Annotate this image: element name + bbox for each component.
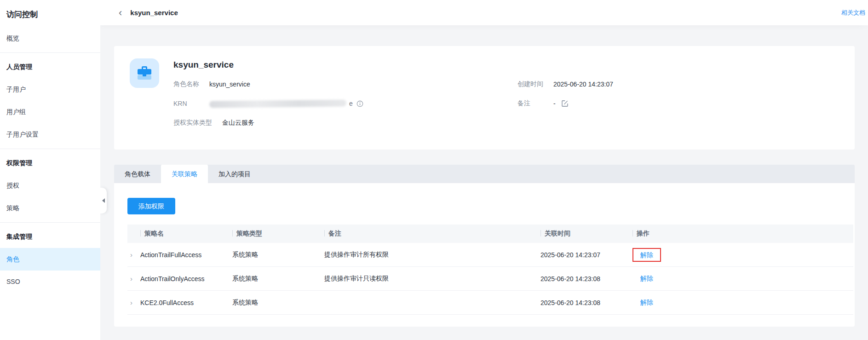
- column-separator: [632, 230, 633, 236]
- column-separator: [324, 230, 325, 236]
- column-header-label: 备注: [328, 230, 341, 237]
- column-header-remark: 备注: [324, 230, 540, 238]
- tab-attached-policies[interactable]: 关联策略: [161, 165, 208, 183]
- expand-row-icon[interactable]: ›: [130, 251, 132, 259]
- role-briefcase-icon: [130, 58, 159, 88]
- field-created-time: 创建时间 2025-06-20 14:23:07: [517, 79, 613, 89]
- created-time-label: 创建时间: [517, 80, 543, 88]
- detach-link[interactable]: 解除: [632, 299, 653, 306]
- page-title: ksyun_service: [130, 9, 178, 17]
- back-icon[interactable]: ‹: [117, 8, 124, 17]
- detail-tabs: 角色载体 关联策略 加入的项目: [114, 165, 855, 183]
- entity-type-label: 授权实体类型: [173, 119, 212, 127]
- field-entity-type: 授权实体类型 金山云服务: [173, 118, 254, 128]
- column-header-label: 策略名: [144, 230, 164, 237]
- role-info-card: ksyun_service 角色名称 ksyun_service KRN e 授…: [114, 46, 855, 150]
- sidebar-section-integration-management: 集成管理: [0, 225, 100, 248]
- detach-link[interactable]: 解除: [640, 251, 653, 259]
- sidebar-item-sub-user[interactable]: 子用户: [0, 78, 100, 101]
- column-header-label: 关联时间: [545, 230, 570, 237]
- policy-name: ActionTrailOnlyAccess: [140, 275, 232, 282]
- policy-name: ActionTrailFullAccess: [140, 251, 232, 259]
- policy-type: 系统策略: [232, 299, 324, 307]
- attach-time: 2025-06-20 14:23:08: [540, 299, 632, 306]
- expand-row-icon[interactable]: ›: [130, 275, 132, 282]
- tab-joined-projects[interactable]: 加入的项目: [208, 165, 261, 183]
- entity-type-value: 金山云服务: [222, 119, 254, 127]
- sidebar-item-sso[interactable]: SSO: [0, 271, 100, 293]
- sidebar-section-permission-management: 权限管理: [0, 152, 100, 174]
- created-time-value: 2025-06-20 14:23:07: [553, 81, 613, 88]
- expand-row-icon[interactable]: ›: [130, 299, 132, 306]
- edit-remark-icon[interactable]: [561, 100, 569, 107]
- sidebar: 访问控制 概览 人员管理 子用户 用户组 子用户设置 权限管理 授权 策略 集成…: [0, 0, 100, 340]
- column-separator: [540, 230, 541, 236]
- attached-policies-panel: 添加权限 策略名 策略类型 备注 关联时间 操作 › ActionTrailFu…: [114, 183, 855, 327]
- sidebar-divider: [0, 52, 100, 53]
- sidebar-collapse-handle[interactable]: [100, 188, 107, 213]
- attach-time: 2025-06-20 14:23:07: [540, 251, 632, 259]
- policy-type: 系统策略: [232, 275, 324, 283]
- column-header-label: 操作: [637, 230, 650, 237]
- policy-type: 系统策略: [232, 251, 324, 259]
- policies-table: 策略名 策略类型 备注 关联时间 操作 › ActionTrailFullAcc…: [127, 225, 853, 315]
- page-header: ‹ ksyun_service 相关文档: [100, 0, 868, 25]
- column-separator: [140, 230, 141, 236]
- field-krn: KRN e: [173, 98, 363, 109]
- related-docs-link[interactable]: 相关文档: [841, 9, 865, 17]
- attach-time: 2025-06-20 14:23:08: [540, 275, 632, 282]
- policy-name: KCE2.0FullAccess: [140, 299, 232, 306]
- column-header-label: 策略类型: [236, 230, 262, 237]
- field-remark: 备注 -: [517, 98, 569, 109]
- tab-role-carrier[interactable]: 角色载体: [114, 165, 161, 183]
- remark-label: 备注: [517, 99, 543, 108]
- annotation-highlight-box: 解除: [632, 248, 661, 262]
- collapse-left-icon: [102, 198, 105, 203]
- sidebar-title: 访问控制: [0, 0, 100, 27]
- krn-visible-suffix: e: [349, 100, 353, 107]
- column-header-policy-type: 策略类型: [232, 230, 324, 238]
- column-header-action: 操作: [632, 230, 853, 238]
- column-header-attach-time: 关联时间: [540, 230, 632, 238]
- field-role-name: 角色名称 ksyun_service: [173, 79, 250, 89]
- role-name-label: 角色名称: [173, 80, 199, 88]
- krn-redacted-blur: [209, 99, 346, 108]
- sidebar-divider: [0, 149, 100, 149]
- table-row: › ActionTrailFullAccess 系统策略 提供操作审计所有权限 …: [127, 243, 853, 267]
- sidebar-item-sub-user-settings[interactable]: 子用户设置: [0, 123, 100, 146]
- sidebar-item-authorization[interactable]: 授权: [0, 174, 100, 197]
- add-permission-button[interactable]: 添加权限: [127, 198, 175, 214]
- remark-value: -: [553, 100, 556, 107]
- detach-link[interactable]: 解除: [632, 275, 653, 282]
- table-row: › KCE2.0FullAccess 系统策略 2025-06-20 14:23…: [127, 291, 853, 315]
- krn-value: e: [209, 100, 363, 107]
- sidebar-item-role[interactable]: 角色: [0, 248, 100, 271]
- sidebar-item-policy[interactable]: 策略: [0, 197, 100, 219]
- policy-remark: 提供操作审计只读权限: [324, 275, 540, 283]
- info-icon[interactable]: [356, 100, 363, 107]
- sidebar-divider: [0, 222, 100, 223]
- sidebar-item-overview[interactable]: 概览: [0, 27, 100, 50]
- sidebar-section-user-management: 人员管理: [0, 56, 100, 78]
- table-header-row: 策略名 策略类型 备注 关联时间 操作: [127, 225, 853, 243]
- role-title: ksyun_service: [173, 60, 234, 70]
- krn-label: KRN: [173, 100, 199, 107]
- table-row: › ActionTrailOnlyAccess 系统策略 提供操作审计只读权限 …: [127, 267, 853, 291]
- policy-remark: 提供操作审计所有权限: [324, 251, 540, 259]
- sidebar-item-user-group[interactable]: 用户组: [0, 101, 100, 123]
- column-header-policy-name: 策略名: [140, 230, 232, 238]
- role-name-value: ksyun_service: [209, 81, 250, 88]
- column-separator: [232, 230, 233, 236]
